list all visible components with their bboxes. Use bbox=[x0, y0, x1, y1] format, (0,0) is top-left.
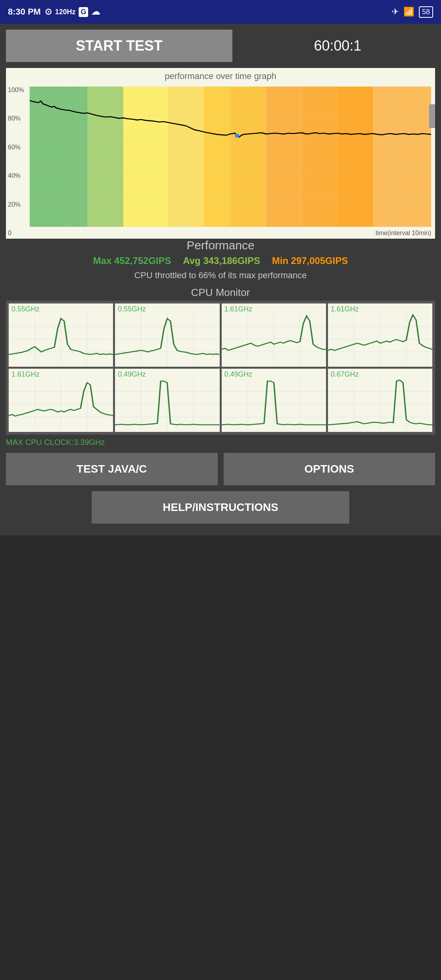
max-cpu-label: MAX CPU CLOCK:3.39GHz bbox=[6, 438, 435, 447]
graph-title: performance over time graph bbox=[6, 68, 435, 85]
perf-min: Min 297,005GIPS bbox=[272, 255, 348, 266]
status-bar: 8:30 PM ⊙ 120Hz G ☁ ✈ 📶 58 bbox=[0, 0, 441, 24]
svg-rect-1 bbox=[30, 87, 88, 227]
y-label-20: 20% bbox=[8, 201, 28, 208]
svg-point-26 bbox=[235, 134, 239, 138]
start-test-button[interactable]: START TEST bbox=[6, 30, 232, 62]
cpu-grid: 0.55GHz 0.55GHz bbox=[6, 301, 435, 435]
performance-svg bbox=[30, 87, 431, 227]
svg-rect-2 bbox=[88, 87, 123, 227]
svg-rect-10 bbox=[373, 87, 431, 227]
cpu-freq-6: 0.49GHz bbox=[116, 369, 148, 379]
cpu-cell-4: 1.61GHz bbox=[328, 303, 432, 367]
y-label-100: 100% bbox=[8, 87, 28, 94]
bottom-buttons-row: TEST JAVA/C OPTIONS bbox=[6, 453, 435, 485]
y-label-0: 0 bbox=[8, 230, 28, 237]
perf-max: Max 452,752GIPS bbox=[93, 255, 171, 266]
cpu-freq-5: 1.61GHz bbox=[9, 369, 41, 379]
svg-rect-9 bbox=[337, 87, 373, 227]
status-left: 8:30 PM ⊙ 120Hz G ☁ bbox=[8, 7, 100, 17]
cpu-freq-2: 0.55GHz bbox=[116, 304, 148, 314]
time-display: 8:30 PM bbox=[8, 7, 41, 17]
throttle-text: CPU throttled to 66% of its max performa… bbox=[6, 270, 435, 281]
cpu-cell-6: 0.49GHz bbox=[115, 369, 219, 432]
svg-rect-6 bbox=[230, 87, 266, 227]
bottom-spacer bbox=[0, 535, 441, 852]
svg-rect-7 bbox=[266, 87, 302, 227]
help-instructions-button[interactable]: HELP/INSTRUCTIONS bbox=[92, 491, 349, 524]
cpu-freq-8: 0.67GHz bbox=[329, 369, 361, 379]
top-controls: START TEST 60:00:1 bbox=[6, 30, 435, 62]
cpu-monitor-title: CPU Monitor bbox=[6, 286, 435, 299]
scrollbar-indicator[interactable] bbox=[429, 104, 435, 128]
svg-rect-4 bbox=[168, 87, 204, 227]
performance-stats: Max 452,752GIPS Avg 343,186GIPS Min 297,… bbox=[6, 255, 435, 266]
timer-display: 60:00:1 bbox=[240, 38, 435, 54]
y-axis-labels: 100% 80% 60% 40% 20% 0 bbox=[6, 85, 30, 239]
wifi-icon: 📶 bbox=[403, 7, 414, 17]
perf-avg: Avg 343,186GIPS bbox=[183, 255, 260, 266]
cpu-cell-8: 0.67GHz bbox=[328, 369, 432, 432]
test-java-c-button[interactable]: TEST JAVA/C bbox=[6, 453, 218, 485]
battery-level: 58 bbox=[422, 8, 430, 16]
cpu-cell-3: 1.61GHz bbox=[222, 303, 326, 367]
cpu-monitor: CPU Monitor 0.55GHz bbox=[6, 286, 435, 447]
y-label-40: 40% bbox=[8, 172, 28, 179]
hz-indicator: 120Hz bbox=[55, 8, 75, 16]
cpu-cell-2: 0.55GHz bbox=[115, 303, 219, 367]
cloud-icon: ☁ bbox=[91, 7, 100, 17]
spinner-icon: ⊙ bbox=[45, 7, 52, 17]
main-content: START TEST 60:00:1 performance over time… bbox=[0, 24, 441, 535]
airplane-icon: ✈ bbox=[392, 7, 399, 17]
cpu-freq-1: 0.55GHz bbox=[9, 304, 41, 314]
svg-rect-3 bbox=[123, 87, 168, 227]
status-icons: ⊙ 120Hz G ☁ bbox=[45, 7, 100, 17]
time-label: time(interval 10min) bbox=[376, 230, 431, 237]
cpu-cell-1: 0.55GHz bbox=[9, 303, 113, 367]
cpu-cell-5: 1.61GHz bbox=[9, 369, 113, 432]
performance-title: Performance bbox=[6, 239, 435, 252]
graph-inner bbox=[30, 87, 431, 227]
battery-indicator: 58 bbox=[419, 6, 433, 18]
status-right: ✈ 📶 58 bbox=[392, 6, 433, 18]
svg-rect-8 bbox=[302, 87, 337, 227]
performance-graph-container: performance over time graph 100% 80% 60%… bbox=[6, 68, 435, 239]
graph-area: 100% 80% 60% 40% 20% 0 bbox=[6, 85, 435, 239]
svg-rect-5 bbox=[204, 87, 230, 227]
cpu-cell-7: 0.49GHz bbox=[222, 369, 326, 432]
options-button[interactable]: OPTIONS bbox=[224, 453, 435, 485]
cpu-freq-4: 1.61GHz bbox=[329, 304, 361, 314]
cpu-freq-3: 1.61GHz bbox=[222, 304, 254, 314]
performance-section: Performance Max 452,752GIPS Avg 343,186G… bbox=[6, 239, 435, 281]
cpu-freq-7: 0.49GHz bbox=[222, 369, 254, 379]
g-icon: G bbox=[79, 7, 88, 17]
y-label-60: 60% bbox=[8, 144, 28, 151]
y-label-80: 80% bbox=[8, 115, 28, 122]
